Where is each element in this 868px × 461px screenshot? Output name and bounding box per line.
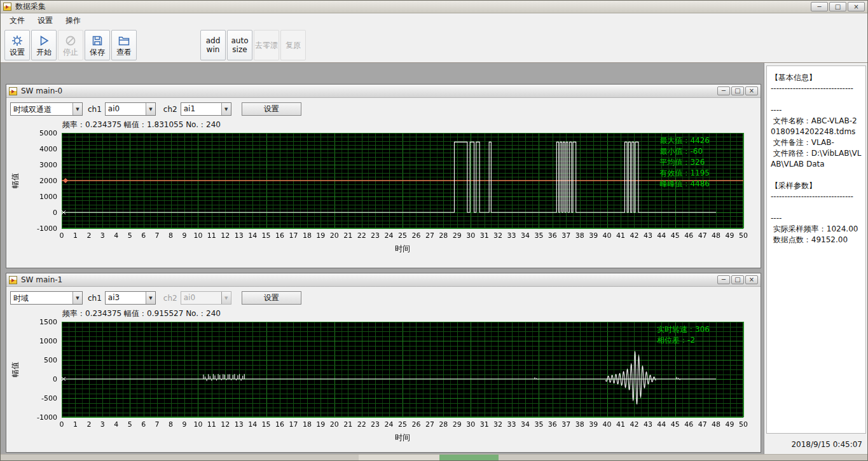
bottom-bar-segment [359,455,439,461]
chevron-down-icon[interactable]: ▼ [72,103,82,115]
toolbar-add-win-label: add win [201,36,225,54]
annotation-min: 最小值：-60 [659,146,710,157]
file-note: 文件备注：VLAB- [771,137,862,148]
ch2-select[interactable]: ai1 ▼ [181,102,231,116]
bottom-bar [1,454,868,461]
toolbar-save-label: 保存 [90,48,105,57]
window-title: 数据采集 [15,1,46,12]
mode-value: 时域 [11,292,72,304]
channel-controls: 时域 ▼ ch1 ai3 ▼ ch2 ai0 ▼ 设置 [10,291,301,305]
mode-select[interactable]: 时域双通道 ▼ [10,102,83,116]
child-window-title: SW main-1 [21,275,62,284]
ch1-select[interactable]: ai0 ▼ [105,102,156,116]
play-icon [38,34,50,47]
toolbar-auto-size-label: auto size [228,36,252,54]
ch1-select[interactable]: ai3 ▼ [105,291,156,305]
menu-settings[interactable]: 设置 [31,13,59,28]
ch2-select[interactable]: ai0 ▼ [181,291,231,305]
toolbar-view-button[interactable]: 查看 [111,30,137,60]
labview-vi-icon [9,87,17,95]
minimize-button[interactable]: ─ [811,2,828,11]
waveform-chart[interactable] [8,129,759,264]
maximize-button[interactable]: □ [731,275,744,284]
file-path: 文件路径：D:\VibLAB\VLAB\VLAB Data [771,148,862,170]
toolbar-start-label: 开始 [36,48,52,57]
close-button[interactable]: × [848,2,865,11]
child-titlebar[interactable]: SW main-0 ─ □ × [6,85,761,98]
divider: ------------------------------ [771,191,862,202]
progress-indicator [439,455,499,461]
close-button[interactable]: × [745,86,758,95]
maximize-button[interactable]: □ [731,86,744,95]
toolbar-remove-drift-label: 去零漂 [255,41,278,50]
ch1-label: ch1 [88,294,102,303]
child-titlebar[interactable]: SW main-1 ─ □ × [6,273,761,287]
toolbar-view-label: 查看 [116,48,132,57]
channel-controls: 时域双通道 ▼ ch1 ai0 ▼ ch2 ai1 ▼ 设置 [10,102,301,116]
chevron-down-icon[interactable]: ▼ [221,103,231,115]
ch1-value: ai0 [106,103,146,115]
ch2-value: ai0 [181,292,221,304]
restore-button[interactable]: □ [829,2,846,11]
annotation-mean: 平均值：326 [659,157,710,168]
annotation-rpm: 实时转速：306 [657,324,710,335]
chart-area: 最大值：4426 最小值：-60 平均值：326 有效值：1195 峰峰值：44… [8,129,759,264]
minimize-button[interactable]: ─ [717,275,730,284]
blank-line [771,94,862,105]
minimize-button[interactable]: ─ [717,86,730,95]
chevron-down-icon[interactable]: ▼ [72,292,82,304]
toolbar: 设置 开始 停止 保存 查看 add win auto size 去零漂 复原 [1,28,867,63]
toolbar-save-button[interactable]: 保存 [85,30,110,60]
close-button[interactable]: × [745,275,758,284]
chevron-down-icon[interactable]: ▼ [146,103,155,115]
toolbar-auto-size-button[interactable]: auto size [227,30,252,60]
toolbar-stop-label: 停止 [63,48,78,57]
channel-settings-button[interactable]: 设置 [242,102,301,116]
blank-line [771,170,862,181]
sample-rate: 实际采样频率：1024.00 [771,224,862,235]
app-window: 数据采集 ─ □ × 文件 设置 操作 设置 开始 停止 保存 [0,0,868,461]
menu-operation[interactable]: 操作 [59,13,87,28]
menubar: 文件 设置 操作 [1,13,867,28]
toolbar-settings-button[interactable]: 设置 [4,30,30,60]
info-header-sampling: 【采样参数】 [771,181,862,191]
divider: ------------------------------ [771,83,862,94]
right-panel: 【基本信息】 ------------------------------ --… [764,63,868,454]
blank-line [771,202,862,213]
menu-file[interactable]: 文件 [3,13,31,28]
mode-value: 时域双通道 [11,103,72,115]
toolbar-remove-drift-button[interactable]: 去零漂 [254,30,279,60]
toolbar-stop-button[interactable]: 停止 [58,30,83,60]
ch1-label: ch1 [88,105,102,114]
child-window-sw-main-1: SW main-1 ─ □ × 时域 ▼ ch1 ai3 ▼ ch2 [6,273,761,453]
file-info-panel: 【基本信息】 ------------------------------ --… [766,65,866,434]
toolbar-restore-button[interactable]: 复原 [280,30,306,60]
file-name: 文件名称：ABC-VLAB-20180914202248.tdms [771,116,862,137]
annotation-phase-diff: 相位差：-2 [657,335,710,346]
toolbar-start-button[interactable]: 开始 [31,30,57,60]
toolbar-restore-label: 复原 [286,41,301,50]
chevron-down-icon[interactable]: ▼ [146,292,155,304]
mdi-area: SW main-0 ─ □ × 时域双通道 ▼ ch1 ai0 ▼ ch2 [1,63,764,454]
channel-settings-button[interactable]: 设置 [242,291,301,305]
toolbar-add-win-button[interactable]: add win [200,30,226,60]
annotation-max: 最大值：4426 [659,135,710,146]
titlebar[interactable]: 数据采集 ─ □ × [1,1,867,13]
ch2-label: ch2 [163,294,177,303]
chart-area: 实时转速：306 相位差：-2 [8,318,759,453]
app-icon [3,3,11,11]
ch1-value: ai3 [106,292,146,304]
annotation-rms: 有效值：1195 [659,168,710,179]
toolbar-settings-label: 设置 [10,48,25,57]
divider-short: ---- [771,105,862,116]
waveform-chart[interactable] [8,318,759,453]
folder-open-icon [118,34,130,47]
annotation-peak-to-peak: 峰峰值：4486 [659,179,710,189]
mode-select[interactable]: 时域 ▼ [10,291,83,305]
ch2-value: ai1 [181,103,221,115]
divider-short: ---- [771,213,862,224]
ch2-label: ch2 [163,105,177,114]
child-window-sw-main-0: SW main-0 ─ □ × 时域双通道 ▼ ch1 ai0 ▼ ch2 [6,84,761,268]
chart-annotations: 最大值：4426 最小值：-60 平均值：326 有效值：1195 峰峰值：44… [659,135,710,189]
gear-icon [11,34,24,47]
